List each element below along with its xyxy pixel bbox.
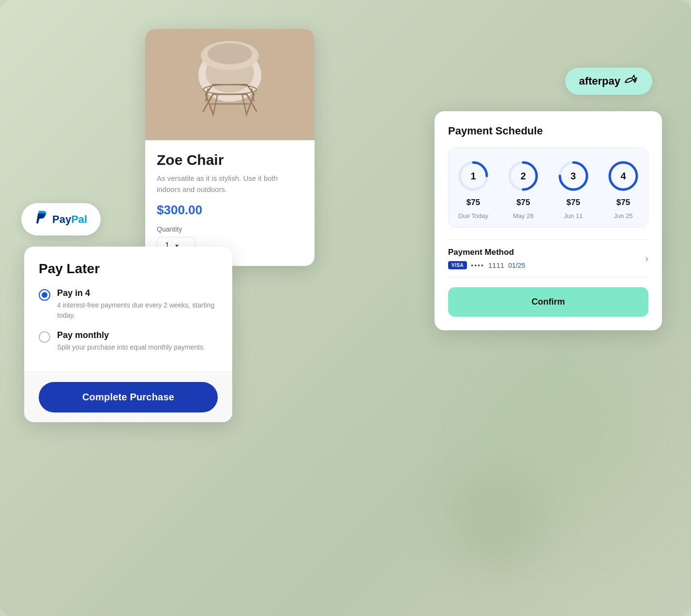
circle-number-1: 1 [456, 159, 490, 193]
pay-monthly-name: Pay monthly [57, 330, 205, 340]
chair-illustration [186, 36, 273, 133]
paylater-body: Pay Later Pay in 4 4 interest-free payme… [24, 247, 232, 372]
afterpay-badge[interactable]: afterpay [565, 68, 652, 95]
payment-circle-2: 2 [506, 159, 540, 193]
payments-row: 1 $75 Due Today 2 $75 May 28 [448, 147, 648, 228]
paylater-footer: Complete Purchase [24, 372, 232, 422]
paylater-title: Pay Later [39, 261, 218, 277]
card-info: VISA •••• 1111 01/25 [448, 261, 525, 269]
payment-circle-3: 3 [556, 159, 590, 193]
payment-item-1: 1 $75 Due Today [456, 159, 490, 220]
payment-item-3: 3 $75 Jun 11 [556, 159, 590, 220]
payment-amount-2: $75 [516, 198, 530, 207]
schedule-card: Payment Schedule 1 $75 Due Today [435, 111, 662, 330]
paylater-card: Pay Later Pay in 4 4 interest-free payme… [24, 247, 232, 422]
payment-label-1: Due Today [458, 212, 488, 220]
radio-selected-dot [42, 292, 47, 298]
payment-amount-1: $75 [466, 198, 480, 207]
pay-monthly-desc: Split your purchase into equal monthly p… [57, 342, 205, 352]
payment-amount-3: $75 [566, 198, 580, 207]
card-expiry: 01/25 [508, 262, 525, 269]
quantity-label: Quantity [157, 225, 303, 233]
afterpay-icon [623, 74, 639, 88]
circle-number-2: 2 [506, 159, 540, 193]
pay-in-4-name: Pay in 4 [57, 288, 218, 298]
payment-circle-4: 4 [606, 159, 640, 193]
product-name: Zoe Chair [157, 152, 303, 168]
product-image [145, 29, 315, 140]
payment-circle-1: 1 [456, 159, 490, 193]
payment-label-2: May 28 [513, 212, 534, 220]
pay-in-4-option[interactable]: Pay in 4 4 interest-free payments due ev… [39, 288, 218, 321]
pay-monthly-radio[interactable] [39, 331, 50, 343]
payment-item-2: 2 $75 May 28 [506, 159, 540, 220]
product-card: Zoe Chair As versatile as it is stylish.… [145, 29, 315, 266]
product-price: $300.00 [157, 203, 303, 218]
confirm-button[interactable]: Confirm [448, 287, 648, 317]
payment-method-title: Payment Method [448, 248, 525, 257]
payment-method-chevron-icon[interactable]: › [645, 253, 648, 264]
complete-purchase-button[interactable]: Complete Purchase [39, 382, 218, 412]
circle-number-4: 4 [606, 159, 640, 193]
paypal-text: PayPal [52, 213, 87, 226]
paypal-badge[interactable]: PayPal [21, 203, 101, 235]
schedule-title: Payment Schedule [448, 125, 648, 137]
circle-number-3: 3 [556, 159, 590, 193]
pay-in-4-text: Pay in 4 4 interest-free payments due ev… [57, 288, 218, 321]
payment-label-4: Jun 25 [614, 212, 632, 220]
scene: PayPal afterpay [0, 0, 691, 616]
pay-in-4-desc: 4 interest-free payments due every 2 wee… [57, 300, 218, 321]
pay-in-4-radio[interactable] [39, 289, 50, 301]
payment-amount-4: $75 [616, 198, 630, 207]
payment-method-row[interactable]: Payment Method VISA •••• 1111 01/25 › [448, 239, 648, 278]
paypal-p-icon [35, 210, 48, 229]
svg-point-3 [208, 43, 252, 64]
afterpay-text: afterpay [579, 75, 620, 88]
visa-logo: VISA [448, 261, 467, 269]
payment-method-details: Payment Method VISA •••• 1111 01/25 [448, 248, 525, 269]
payment-label-3: Jun 11 [564, 212, 583, 220]
card-dots: •••• [471, 262, 484, 269]
pay-monthly-option[interactable]: Pay monthly Split your purchase into equ… [39, 330, 218, 352]
pay-monthly-text: Pay monthly Split your purchase into equ… [57, 330, 205, 352]
card-number: 1111 [488, 261, 504, 269]
product-description: As versatile as it is stylish. Use it bo… [157, 173, 303, 195]
payment-item-4: 4 $75 Jun 25 [606, 159, 640, 220]
